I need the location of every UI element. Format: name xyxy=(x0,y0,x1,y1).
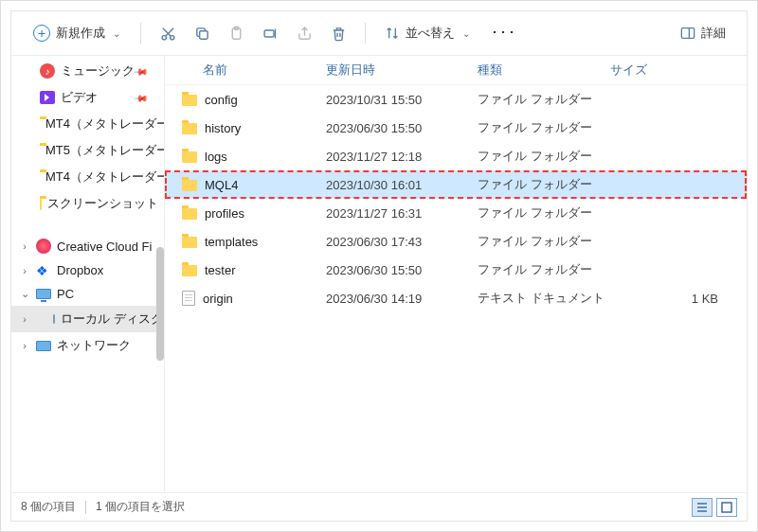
sidebar-item[interactable]: MT4（メタトレーダー xyxy=(11,164,164,190)
svg-rect-2 xyxy=(199,30,208,39)
sort-button[interactable]: 並べ替え ⌄ xyxy=(377,21,478,45)
file-row[interactable]: origin2023/06/30 14:19テキスト ドキュメント1 KB xyxy=(165,284,747,312)
disk-icon xyxy=(53,314,55,324)
separator xyxy=(85,501,86,514)
file-name: config xyxy=(205,93,238,107)
paste-icon xyxy=(221,19,251,47)
file-date: 2023/11/27 16:31 xyxy=(326,206,478,221)
rename-icon[interactable] xyxy=(255,19,285,47)
expand-icon[interactable]: › xyxy=(19,265,30,276)
expand-icon[interactable]: › xyxy=(19,240,30,252)
sidebar-item[interactable]: MT4（メタトレーダー xyxy=(11,111,164,137)
pin-icon: 📌 xyxy=(134,90,149,105)
file-type: ファイル フォルダー xyxy=(478,176,610,193)
file-name: tester xyxy=(205,263,236,277)
file-row[interactable]: config2023/10/31 15:50ファイル フォルダー xyxy=(165,85,747,114)
folder-icon xyxy=(182,208,197,220)
pin-icon: 📌 xyxy=(134,63,149,79)
sidebar-tree-item[interactable]: ›❖Dropbox xyxy=(11,258,164,282)
sidebar-item[interactable]: スクリーンショット xyxy=(11,190,164,217)
cut-icon[interactable] xyxy=(153,19,183,47)
folder-icon xyxy=(182,95,197,106)
separator xyxy=(365,23,366,44)
plus-circle-icon: + xyxy=(33,25,50,42)
file-size: 1 KB xyxy=(610,292,737,306)
column-name[interactable]: 名前 xyxy=(174,62,326,79)
file-type: テキスト ドキュメント xyxy=(478,290,610,307)
svg-rect-7 xyxy=(722,503,731,512)
sort-label: 並べ替え xyxy=(406,25,455,42)
separator xyxy=(140,23,141,44)
sidebar-scrollbar[interactable] xyxy=(156,247,164,361)
file-name: profiles xyxy=(205,206,244,221)
creative-cloud-icon xyxy=(36,239,51,254)
share-icon xyxy=(289,19,319,47)
expand-icon[interactable]: › xyxy=(19,340,30,351)
sort-indicator-icon: ⌃ xyxy=(255,56,263,60)
file-row[interactable]: templates2023/06/30 17:43ファイル フォルダー xyxy=(165,227,747,256)
folder-icon xyxy=(182,123,197,134)
column-size[interactable]: サイズ xyxy=(610,62,737,79)
folder-icon xyxy=(40,199,42,210)
view-details-button[interactable] xyxy=(692,498,713,517)
file-list: config2023/10/31 15:50ファイル フォルダーhistory2… xyxy=(165,85,747,492)
sidebar-item-label: MT5（メタトレーダー xyxy=(45,142,164,159)
file-row[interactable]: tester2023/06/30 15:50ファイル フォルダー xyxy=(165,256,747,284)
file-row[interactable]: MQL42023/10/30 16:01ファイル フォルダー xyxy=(165,170,747,199)
file-explorer-window: + 新規作成 ⌄ xyxy=(0,0,758,532)
sidebar-item-label: Dropbox xyxy=(57,263,103,277)
status-selection: 1 個の項目を選択 xyxy=(96,499,185,515)
new-button[interactable]: + 新規作成 ⌄ xyxy=(25,20,129,46)
file-name: logs xyxy=(205,150,227,164)
column-date[interactable]: 更新日時 xyxy=(326,62,478,79)
delete-icon[interactable] xyxy=(323,19,353,47)
file-type: ファイル フォルダー xyxy=(478,233,610,250)
column-type[interactable]: 種類 xyxy=(478,62,610,79)
sidebar-item-label: スクリーンショット xyxy=(47,195,158,212)
file-pane: ⌃ 名前 更新日時 種類 サイズ config2023/10/31 15:50フ… xyxy=(165,56,747,492)
file-row[interactable]: logs2023/11/27 12:18ファイル フォルダー xyxy=(165,142,747,170)
details-pane-button[interactable]: 詳細 xyxy=(673,21,733,45)
file-type: ファイル フォルダー xyxy=(478,91,610,108)
svg-point-0 xyxy=(162,35,166,39)
sidebar-tree-item[interactable]: ›ローカル ディスク ( xyxy=(11,306,164,332)
more-button[interactable]: ･･･ xyxy=(481,21,526,45)
sidebar-item[interactable]: MT5（メタトレーダー xyxy=(11,137,164,164)
file-row[interactable]: history2023/06/30 15:50ファイル フォルダー xyxy=(165,114,747,142)
sidebar-item-label: ビデオ xyxy=(61,89,98,106)
sidebar-tree-item[interactable]: ⌄PC xyxy=(11,282,164,306)
sidebar-item-label: MT4（メタトレーダー xyxy=(45,115,164,133)
inner-frame: + 新規作成 ⌄ xyxy=(10,10,748,522)
sidebar-item[interactable]: ビデオ📌 xyxy=(11,84,164,111)
expand-icon[interactable]: › xyxy=(19,313,30,325)
view-large-icons-button[interactable] xyxy=(716,498,737,517)
file-type: ファイル フォルダー xyxy=(478,148,610,165)
details-pane-icon xyxy=(680,27,695,40)
file-type: ファイル フォルダー xyxy=(478,261,610,278)
copy-icon[interactable] xyxy=(187,19,217,47)
column-header-row: 名前 更新日時 種類 サイズ xyxy=(165,56,747,85)
file-date: 2023/10/31 15:50 xyxy=(326,93,478,107)
expand-icon[interactable]: ⌄ xyxy=(19,288,30,300)
folder-icon xyxy=(182,151,197,163)
file-type: ファイル フォルダー xyxy=(478,204,610,222)
sidebar-tree-item[interactable]: ›ネットワーク xyxy=(11,332,164,359)
toolbar: + 新規作成 ⌄ xyxy=(11,11,747,56)
sort-icon xyxy=(385,26,400,41)
sidebar-nav: ♪ミュージック📌ビデオ📌MT4（メタトレーダーMT5（メタトレーダーMT4（メタ… xyxy=(11,56,165,492)
chevron-down-icon: ⌄ xyxy=(113,28,120,39)
sidebar-tree-item[interactable]: ›Creative Cloud Fi xyxy=(11,234,164,258)
chevron-down-icon: ⌄ xyxy=(462,28,470,39)
new-button-label: 新規作成 xyxy=(56,25,105,42)
status-bar: 8 個の項目 1 個の項目を選択 xyxy=(11,492,747,521)
sidebar-item-label: Creative Cloud Fi xyxy=(57,239,152,254)
folder-icon xyxy=(182,180,197,191)
file-row[interactable]: profiles2023/11/27 16:31ファイル フォルダー xyxy=(165,199,747,227)
file-date: 2023/06/30 15:50 xyxy=(326,121,478,135)
file-date: 2023/06/30 15:50 xyxy=(326,263,478,277)
svg-point-1 xyxy=(170,35,173,39)
file-type: ファイル フォルダー xyxy=(478,119,610,136)
file-date: 2023/10/30 16:01 xyxy=(326,178,478,192)
file-name: MQL4 xyxy=(205,178,238,192)
sidebar-item[interactable]: ♪ミュージック📌 xyxy=(11,58,164,84)
